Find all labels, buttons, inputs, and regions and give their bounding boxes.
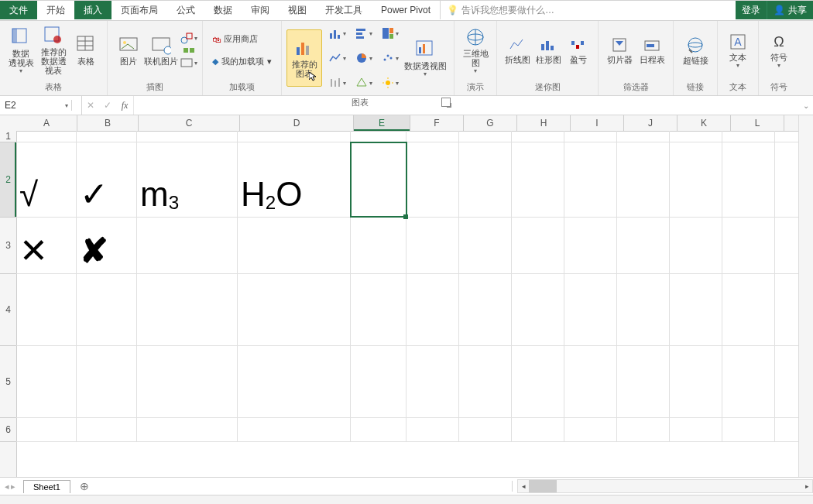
row-header-2[interactable]: 2 — [0, 142, 16, 218]
cell-H2[interactable] — [512, 142, 564, 217]
row-header-3[interactable]: 3 — [0, 218, 16, 274]
cell-I1[interactable] — [564, 131, 617, 142]
row-header-6[interactable]: 6 — [0, 418, 16, 442]
cell-G6[interactable] — [459, 418, 512, 441]
sunburst-chart-button[interactable]: ▾ — [379, 77, 401, 89]
cell-A1[interactable] — [16, 131, 77, 142]
cell-G1[interactable] — [459, 131, 512, 142]
cell-E4[interactable] — [351, 274, 406, 345]
cell-E5[interactable] — [351, 346, 406, 417]
cell-I3[interactable] — [564, 218, 617, 273]
cell-G3[interactable] — [459, 218, 512, 273]
tab-insert[interactable]: 插入 — [74, 1, 111, 19]
cell-J6[interactable] — [617, 418, 670, 441]
cell-C4[interactable] — [137, 274, 238, 345]
cell-J1[interactable] — [617, 131, 670, 142]
cell-C5[interactable] — [137, 346, 238, 417]
cell-C6[interactable] — [137, 418, 238, 441]
recommended-pivottable-button[interactable]: 推荐的 数据透视表 — [37, 22, 70, 78]
tab-developer[interactable]: 开发工具 — [316, 1, 372, 19]
tab-data[interactable]: 数据 — [204, 1, 242, 19]
column-header-G[interactable]: G — [464, 115, 517, 131]
tab-formulas[interactable]: 公式 — [167, 1, 204, 19]
hscroll-left[interactable]: ◂ — [518, 482, 529, 490]
cell-B2[interactable]: ✓ — [77, 142, 137, 217]
cell-F5[interactable] — [406, 346, 459, 417]
row-header-4[interactable]: 4 — [0, 274, 16, 346]
cell-K1[interactable] — [670, 131, 722, 142]
column-header-B[interactable]: B — [77, 115, 139, 131]
cell-L2[interactable] — [722, 142, 775, 217]
cell-E6[interactable] — [351, 418, 406, 441]
cell-A2[interactable]: √ — [16, 142, 77, 217]
cell-H3[interactable] — [512, 218, 564, 273]
cell-D3[interactable] — [238, 218, 351, 273]
cell-J5[interactable] — [617, 346, 670, 417]
tell-me[interactable]: 💡告诉我您想要做什么… — [440, 1, 564, 19]
column-header-F[interactable]: F — [410, 115, 464, 131]
tab-file[interactable]: 文件 — [0, 1, 37, 19]
row-header-1[interactable]: 1 — [0, 131, 16, 142]
row-header-5[interactable]: 5 — [0, 346, 16, 418]
cell-C1[interactable] — [137, 131, 238, 142]
cell-B5[interactable] — [77, 346, 137, 417]
tab-review[interactable]: 审阅 — [242, 1, 279, 19]
horizontal-scrollbar[interactable]: ◂ ▸ — [517, 479, 813, 493]
charts-dialog-launcher[interactable] — [441, 98, 451, 107]
cell-D5[interactable] — [238, 346, 351, 417]
cell-L1[interactable] — [722, 131, 775, 142]
cell-G4[interactable] — [459, 274, 512, 345]
cell-H4[interactable] — [512, 274, 564, 345]
tab-powerpivot[interactable]: Power Pivot — [372, 1, 440, 19]
cell-A5[interactable] — [16, 346, 77, 417]
insert-function-button[interactable]: fx — [116, 100, 133, 111]
cell-F2[interactable] — [406, 142, 459, 217]
treemap-chart-button[interactable]: ▾ — [379, 27, 401, 39]
hscroll-thumb[interactable] — [529, 480, 557, 492]
cell-K3[interactable] — [670, 218, 722, 273]
cell-E1[interactable] — [351, 131, 406, 142]
cell-K4[interactable] — [670, 274, 722, 345]
tab-home[interactable]: 开始 — [37, 1, 74, 19]
new-sheet-button[interactable]: ⊕ — [74, 480, 95, 492]
login-button[interactable]: 登录 — [736, 1, 767, 19]
cell-F1[interactable] — [406, 131, 459, 142]
column-chart-button[interactable]: ▾ — [327, 27, 348, 39]
screenshot-button[interactable]: ▾ — [180, 57, 197, 69]
cell-H5[interactable] — [512, 346, 564, 417]
share-button[interactable]: 👤共享 — [767, 1, 813, 19]
hyperlink-button[interactable]: 超链接 — [678, 22, 712, 78]
sparkline-winloss-button[interactable]: 盈亏 — [564, 22, 593, 78]
cell-H6[interactable] — [512, 418, 564, 441]
cell-D6[interactable] — [238, 418, 351, 441]
radar-chart-button[interactable]: ▾ — [353, 77, 375, 89]
name-box[interactable]: E2▾ — [0, 100, 72, 111]
cell-L6[interactable] — [722, 418, 775, 441]
cell-L5[interactable] — [722, 346, 775, 417]
column-header-E[interactable]: E — [354, 115, 410, 131]
column-header-K[interactable]: K — [678, 115, 731, 131]
tab-view[interactable]: 视图 — [279, 1, 316, 19]
cancel-formula-button[interactable]: ✕ — [82, 100, 99, 111]
cell-B1[interactable] — [77, 131, 137, 142]
cell-G2[interactable] — [459, 142, 512, 217]
sparkline-column-button[interactable]: 柱形图 — [533, 22, 564, 78]
cell-L4[interactable] — [722, 274, 775, 345]
cell-J2[interactable] — [617, 142, 670, 217]
cell-L3[interactable] — [722, 218, 775, 273]
cell-F3[interactable] — [406, 218, 459, 273]
cell-K6[interactable] — [670, 418, 722, 441]
cells-grid[interactable]: √✓m3H2O✕✘ — [16, 131, 799, 477]
cell-D4[interactable] — [238, 274, 351, 345]
smartart-button[interactable] — [180, 44, 197, 57]
cell-J3[interactable] — [617, 218, 670, 273]
cell-A3[interactable]: ✕ — [16, 218, 77, 273]
shapes-button[interactable]: ▾ — [180, 32, 197, 44]
cell-K5[interactable] — [670, 346, 722, 417]
cell-A4[interactable] — [16, 274, 77, 345]
cell-A6[interactable] — [16, 418, 77, 441]
symbol-button[interactable]: Ω符号▾ — [763, 22, 794, 78]
cell-I4[interactable] — [564, 274, 617, 345]
scatter-chart-button[interactable]: ▾ — [379, 52, 401, 64]
cell-B4[interactable] — [77, 274, 137, 345]
